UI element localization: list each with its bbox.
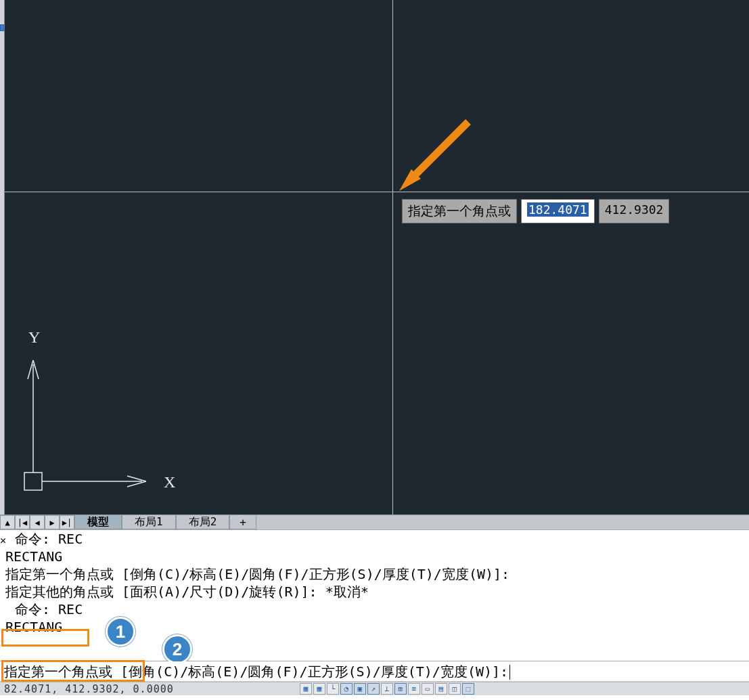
status-sc-icon[interactable]: ▤ (435, 683, 447, 695)
history-line: 指定其他的角点或 [面积(A)/尺寸(D)/旋转(R)]: *取消* (3, 583, 746, 600)
command-history-panel[interactable]: ✕ 命令: REC RECTANG 指定第一个角点或 [倒角(C)/标高(E)/… (0, 529, 749, 661)
tab-last-button[interactable]: ▶| (60, 515, 74, 529)
dynamic-input-label: 指定第一个角点或 (402, 199, 517, 223)
svg-text:Y: Y (28, 330, 40, 346)
ucs-origin-icon: Y X (22, 330, 177, 500)
history-line: RECTANG (3, 548, 746, 565)
svg-rect-1 (24, 473, 42, 490)
tab-prev-button[interactable]: ◀ (30, 515, 45, 529)
svg-text:X: X (164, 473, 175, 491)
command-prompt-lead: 指定第一个角点或 (4, 663, 120, 681)
status-bar: 82.4071, 412.9302, 0.0000 ▦ ▦ └ ◔ ▣ ↗ ⟂ … (0, 682, 749, 695)
tab-model[interactable]: 模型 (74, 515, 122, 529)
status-qp-icon[interactable]: ▭ (422, 683, 434, 695)
tab-layout1[interactable]: 布局1 (122, 515, 176, 529)
history-line: 命令: REC (15, 600, 746, 618)
crosshair-vertical (392, 0, 393, 515)
command-prompt-options: [倒角(C)/标高(E)/圆角(F)/正方形(S)/厚度(T)/宽度(W)]: (120, 663, 508, 681)
status-otrack-icon[interactable]: ↗ (367, 683, 380, 695)
arrow-annotation-icon (394, 115, 475, 196)
status-toggle-icons: ▦ ▦ └ ◔ ▣ ↗ ⟂ ⊞ ≡ ▭ ▤ ◫ ⬚ (300, 683, 474, 695)
history-line: 指定第一个角点或 [倒角(C)/标高(E)/圆角(F)/正方形(S)/厚度(T)… (3, 565, 746, 583)
status-model-icon[interactable]: ⬚ (462, 683, 474, 695)
dynamic-input-x[interactable]: 182.4071 (521, 199, 595, 223)
status-lwt-icon[interactable]: ≡ (408, 683, 420, 695)
status-dyn-icon[interactable]: ⊞ (394, 683, 407, 695)
dynamic-input-y[interactable]: 412.9302 (599, 199, 670, 223)
command-prompt-row[interactable]: 指定第一个角点或 [倒角(C)/标高(E)/圆角(F)/正方形(S)/厚度(T)… (0, 661, 749, 682)
tab-layout2[interactable]: 布局2 (176, 515, 230, 529)
badge-1: 1 (106, 617, 135, 647)
status-snap-icon[interactable]: ▦ (313, 683, 325, 695)
status-coordinates[interactable]: 82.4071, 412.9302, 0.0000 (0, 683, 178, 695)
scroll-marker[interactable] (0, 24, 4, 31)
close-panel-icon[interactable]: ✕ (0, 531, 6, 549)
tab-add-button[interactable]: + (229, 515, 256, 529)
svg-line-0 (409, 122, 468, 181)
tab-first-button[interactable]: |◀ (15, 515, 30, 529)
canvas-left-scrollbar[interactable] (0, 0, 5, 515)
layout-tab-strip: ▲ |◀ ◀ ▶ ▶| 模型 布局1 布局2 + (0, 515, 749, 529)
crosshair-horizontal (5, 192, 749, 192)
history-line: 命令: REC (15, 530, 746, 548)
tab-scroll-up-button[interactable]: ▲ (0, 515, 15, 529)
status-osnap-icon[interactable]: ▣ (354, 683, 366, 695)
status-ann-icon[interactable]: ◫ (449, 683, 461, 695)
status-grid-icon[interactable]: ▦ (300, 683, 312, 695)
tab-next-button[interactable]: ▶ (45, 515, 60, 529)
badge-2: 2 (162, 634, 192, 664)
text-cursor (509, 665, 510, 680)
status-ortho-icon[interactable]: └ (327, 683, 339, 695)
drawing-canvas[interactable]: 指定第一个角点或 182.4071 412.9302 Y X (0, 0, 749, 515)
status-ducs-icon[interactable]: ⟂ (381, 683, 393, 695)
status-polar-icon[interactable]: ◔ (340, 683, 353, 695)
dynamic-input-tooltip: 指定第一个角点或 182.4071 412.9302 (402, 199, 669, 223)
